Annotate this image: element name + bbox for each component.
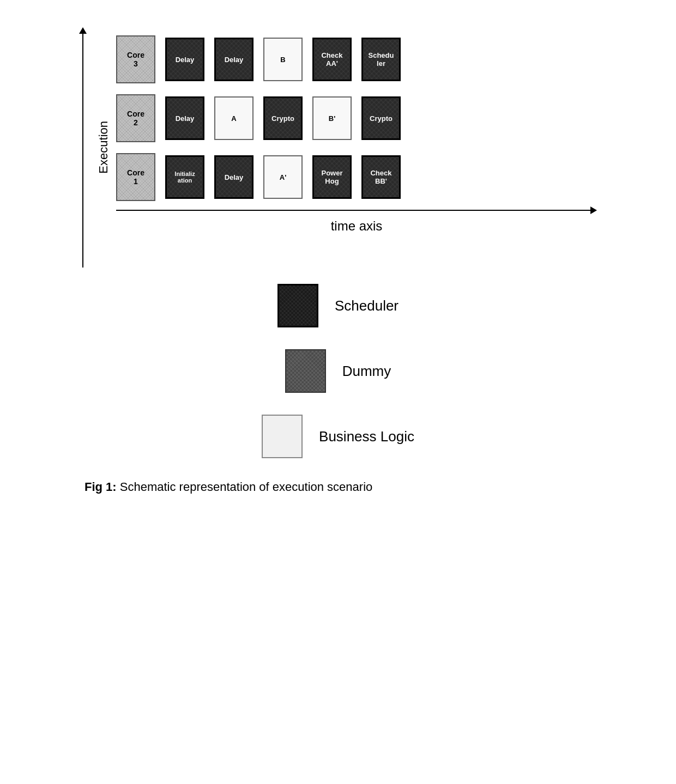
fig-label: Fig 1: xyxy=(84,480,117,494)
x-axis-line xyxy=(116,210,590,211)
y-axis-line xyxy=(82,33,83,268)
legend-label-scheduler: Scheduler xyxy=(335,297,399,314)
caption-text: Schematic representation of execution sc… xyxy=(117,480,373,494)
block-core2: Core2 xyxy=(116,94,155,142)
grid-row-core1: Core1 Initialization Delay A' PowerHog C… xyxy=(116,153,597,201)
y-axis-arrow-line xyxy=(79,27,87,268)
block-power-hog: PowerHog xyxy=(312,155,352,199)
block-check-aa: CheckAA' xyxy=(312,38,352,81)
legend-label-business-logic: Business Logic xyxy=(319,428,414,445)
block-initialization: Initialization xyxy=(165,155,204,199)
grid-section: Core3 Delay Delay B CheckAA' Scheduler C… xyxy=(116,27,597,268)
x-axis-label: time axis xyxy=(116,218,597,234)
block-check-bb: CheckBB' xyxy=(361,155,401,199)
block-core1: Core1 xyxy=(116,153,155,201)
y-axis-label: Execution xyxy=(91,121,116,174)
x-axis-arrowhead xyxy=(590,206,597,214)
legend-item-scheduler: Scheduler xyxy=(277,284,399,327)
block-a-prime: A' xyxy=(263,155,303,199)
block-delay-c3-1: Delay xyxy=(165,38,204,81)
legend-block-scheduler xyxy=(277,284,318,327)
grid-row-core3: Core3 Delay Delay B CheckAA' Scheduler xyxy=(116,35,597,83)
legend-item-dummy: Dummy xyxy=(285,349,391,393)
x-axis-row xyxy=(116,206,597,214)
figure-caption: Fig 1: Schematic representation of execu… xyxy=(79,480,597,494)
chart-area: Execution Core3 Delay Delay B CheckAA' S… xyxy=(79,27,597,268)
block-b-prime: B' xyxy=(312,96,352,140)
main-container: Execution Core3 Delay Delay B CheckAA' S… xyxy=(11,11,665,510)
block-a: A xyxy=(214,96,254,140)
legend-area: Scheduler Dummy Business Logic xyxy=(79,284,597,458)
legend-label-dummy: Dummy xyxy=(342,363,391,380)
block-delay-c3-2: Delay xyxy=(214,38,254,81)
block-delay-c2-1: Delay xyxy=(165,96,204,140)
block-delay-c1-1: Delay xyxy=(214,155,254,199)
block-crypto-c2-2: Crypto xyxy=(361,96,401,140)
block-scheduler-c3: Scheduler xyxy=(361,38,401,81)
block-core3: Core3 xyxy=(116,35,155,83)
legend-item-business-logic: Business Logic xyxy=(262,415,414,458)
grid-row-core2: Core2 Delay A Crypto B' Crypto xyxy=(116,94,597,142)
legend-block-dummy xyxy=(285,349,326,393)
block-crypto-c2-1: Crypto xyxy=(263,96,303,140)
legend-block-business-logic xyxy=(262,415,303,458)
grid-rows: Core3 Delay Delay B CheckAA' Scheduler C… xyxy=(116,27,597,209)
y-axis-container: Execution xyxy=(79,27,116,268)
block-b: B xyxy=(263,38,303,81)
